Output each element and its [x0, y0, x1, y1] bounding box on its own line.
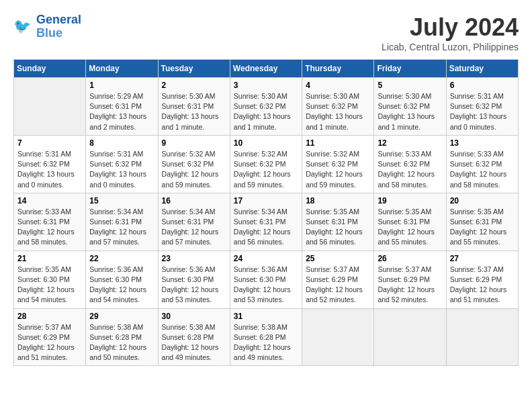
calendar-cell: 2Sunrise: 5:30 AMSunset: 6:31 PMDaylight…: [158, 78, 230, 136]
calendar-week-row: 7Sunrise: 5:31 AMSunset: 6:32 PMDaylight…: [14, 135, 519, 193]
day-info: Sunrise: 5:31 AMSunset: 6:32 PMDaylight:…: [450, 91, 515, 132]
logo-icon: 🐦: [13, 17, 34, 37]
day-info: Sunrise: 5:35 AMSunset: 6:31 PMDaylight:…: [450, 207, 515, 248]
day-number: 28: [17, 312, 82, 321]
day-info: Sunrise: 5:30 AMSunset: 6:32 PMDaylight:…: [378, 91, 442, 132]
svg-text:🐦: 🐦: [13, 17, 32, 35]
calendar-cell: [446, 308, 518, 366]
day-number: 30: [162, 312, 226, 321]
day-number: 18: [306, 196, 370, 205]
day-info: Sunrise: 5:33 AMSunset: 6:32 PMDaylight:…: [450, 149, 515, 190]
location: Licab, Central Luzon, Philippines: [382, 42, 519, 52]
day-number: 23: [162, 254, 226, 263]
day-info: Sunrise: 5:32 AMSunset: 6:32 PMDaylight:…: [234, 149, 298, 190]
day-number: 11: [306, 138, 370, 148]
calendar-cell: [302, 308, 374, 366]
day-info: Sunrise: 5:34 AMSunset: 6:31 PMDaylight:…: [89, 207, 154, 248]
logo-text: General Blue: [36, 13, 81, 40]
day-info: Sunrise: 5:29 AMSunset: 6:31 PMDaylight:…: [89, 91, 154, 132]
calendar-cell: 12Sunrise: 5:33 AMSunset: 6:32 PMDayligh…: [374, 135, 446, 193]
day-number: 3: [234, 81, 298, 90]
day-number: 20: [450, 196, 515, 205]
month-title: July 2024: [382, 13, 519, 42]
column-header-wednesday: Wednesday: [230, 60, 302, 78]
calendar-cell: 25Sunrise: 5:37 AMSunset: 6:29 PMDayligh…: [302, 250, 374, 308]
day-number: 7: [17, 138, 82, 148]
calendar-cell: 29Sunrise: 5:38 AMSunset: 6:28 PMDayligh…: [86, 308, 158, 366]
calendar-cell: 24Sunrise: 5:36 AMSunset: 6:30 PMDayligh…: [230, 250, 302, 308]
day-number: 2: [162, 81, 226, 90]
day-info: Sunrise: 5:37 AMSunset: 6:29 PMDaylight:…: [378, 265, 442, 306]
day-info: Sunrise: 5:31 AMSunset: 6:32 PMDaylight:…: [89, 149, 154, 190]
calendar-cell: 19Sunrise: 5:35 AMSunset: 6:31 PMDayligh…: [374, 193, 446, 250]
calendar-cell: 30Sunrise: 5:38 AMSunset: 6:28 PMDayligh…: [158, 308, 230, 366]
day-number: 4: [306, 81, 370, 90]
day-number: 22: [89, 254, 154, 263]
calendar-cell: 21Sunrise: 5:35 AMSunset: 6:30 PMDayligh…: [14, 250, 86, 308]
day-number: 1: [89, 81, 154, 90]
day-number: 13: [450, 138, 515, 148]
column-header-monday: Monday: [86, 60, 158, 78]
calendar-cell: [374, 308, 446, 366]
calendar-table: SundayMondayTuesdayWednesdayThursdayFrid…: [13, 59, 519, 366]
day-info: Sunrise: 5:31 AMSunset: 6:32 PMDaylight:…: [17, 149, 82, 190]
calendar-cell: 31Sunrise: 5:38 AMSunset: 6:28 PMDayligh…: [230, 308, 302, 366]
column-header-saturday: Saturday: [446, 60, 518, 78]
day-info: Sunrise: 5:33 AMSunset: 6:31 PMDaylight:…: [17, 207, 82, 248]
calendar-cell: 26Sunrise: 5:37 AMSunset: 6:29 PMDayligh…: [374, 250, 446, 308]
calendar-cell: 11Sunrise: 5:32 AMSunset: 6:32 PMDayligh…: [302, 135, 374, 193]
calendar-cell: 1Sunrise: 5:29 AMSunset: 6:31 PMDaylight…: [86, 78, 158, 136]
day-number: 5: [378, 81, 442, 90]
calendar-cell: 6Sunrise: 5:31 AMSunset: 6:32 PMDaylight…: [446, 78, 518, 136]
calendar-cell: 17Sunrise: 5:34 AMSunset: 6:31 PMDayligh…: [230, 193, 302, 250]
calendar-cell: 20Sunrise: 5:35 AMSunset: 6:31 PMDayligh…: [446, 193, 518, 250]
calendar-week-row: 21Sunrise: 5:35 AMSunset: 6:30 PMDayligh…: [14, 250, 519, 308]
day-info: Sunrise: 5:34 AMSunset: 6:31 PMDaylight:…: [234, 207, 298, 248]
day-number: 26: [378, 254, 442, 263]
calendar-cell: 22Sunrise: 5:36 AMSunset: 6:30 PMDayligh…: [86, 250, 158, 308]
day-info: Sunrise: 5:30 AMSunset: 6:32 PMDaylight:…: [306, 91, 370, 132]
day-info: Sunrise: 5:38 AMSunset: 6:28 PMDaylight:…: [162, 322, 226, 363]
calendar-cell: 5Sunrise: 5:30 AMSunset: 6:32 PMDaylight…: [374, 78, 446, 136]
day-info: Sunrise: 5:35 AMSunset: 6:30 PMDaylight:…: [17, 265, 82, 306]
day-number: 24: [234, 254, 298, 263]
day-info: Sunrise: 5:36 AMSunset: 6:30 PMDaylight:…: [89, 265, 154, 306]
day-info: Sunrise: 5:35 AMSunset: 6:31 PMDaylight:…: [378, 207, 442, 248]
calendar-cell: 14Sunrise: 5:33 AMSunset: 6:31 PMDayligh…: [14, 193, 86, 250]
day-number: 31: [234, 312, 298, 321]
day-info: Sunrise: 5:37 AMSunset: 6:29 PMDaylight:…: [450, 265, 515, 306]
title-area: July 2024 Licab, Central Luzon, Philippi…: [382, 13, 519, 52]
day-info: Sunrise: 5:33 AMSunset: 6:32 PMDaylight:…: [378, 149, 442, 190]
day-info: Sunrise: 5:38 AMSunset: 6:28 PMDaylight:…: [89, 322, 154, 363]
calendar-cell: 3Sunrise: 5:30 AMSunset: 6:32 PMDaylight…: [230, 78, 302, 136]
day-number: 9: [162, 138, 226, 148]
day-info: Sunrise: 5:37 AMSunset: 6:29 PMDaylight:…: [17, 322, 82, 363]
calendar-cell: 27Sunrise: 5:37 AMSunset: 6:29 PMDayligh…: [446, 250, 518, 308]
day-number: 16: [162, 196, 226, 205]
column-header-friday: Friday: [374, 60, 446, 78]
day-info: Sunrise: 5:32 AMSunset: 6:32 PMDaylight:…: [306, 149, 370, 190]
day-info: Sunrise: 5:36 AMSunset: 6:30 PMDaylight:…: [162, 265, 226, 306]
calendar-cell: 8Sunrise: 5:31 AMSunset: 6:32 PMDaylight…: [86, 135, 158, 193]
day-info: Sunrise: 5:30 AMSunset: 6:32 PMDaylight:…: [234, 91, 298, 132]
calendar-cell: 18Sunrise: 5:35 AMSunset: 6:31 PMDayligh…: [302, 193, 374, 250]
page-header: 🐦 General Blue July 2024 Licab, Central …: [13, 13, 519, 52]
calendar-cell: 7Sunrise: 5:31 AMSunset: 6:32 PMDaylight…: [14, 135, 86, 193]
day-info: Sunrise: 5:32 AMSunset: 6:32 PMDaylight:…: [162, 149, 226, 190]
calendar-cell: 28Sunrise: 5:37 AMSunset: 6:29 PMDayligh…: [14, 308, 86, 366]
day-info: Sunrise: 5:38 AMSunset: 6:28 PMDaylight:…: [234, 322, 298, 363]
day-number: 19: [378, 196, 442, 205]
day-number: 17: [234, 196, 298, 205]
day-number: 14: [17, 196, 82, 205]
column-header-tuesday: Tuesday: [158, 60, 230, 78]
day-number: 10: [234, 138, 298, 148]
day-number: 6: [450, 81, 515, 90]
day-number: 15: [89, 196, 154, 205]
day-number: 21: [17, 254, 82, 263]
calendar-cell: 23Sunrise: 5:36 AMSunset: 6:30 PMDayligh…: [158, 250, 230, 308]
calendar-week-row: 14Sunrise: 5:33 AMSunset: 6:31 PMDayligh…: [14, 193, 519, 250]
column-header-thursday: Thursday: [302, 60, 374, 78]
day-info: Sunrise: 5:34 AMSunset: 6:31 PMDaylight:…: [162, 207, 226, 248]
day-info: Sunrise: 5:36 AMSunset: 6:30 PMDaylight:…: [234, 265, 298, 306]
calendar-header-row: SundayMondayTuesdayWednesdayThursdayFrid…: [14, 60, 519, 78]
